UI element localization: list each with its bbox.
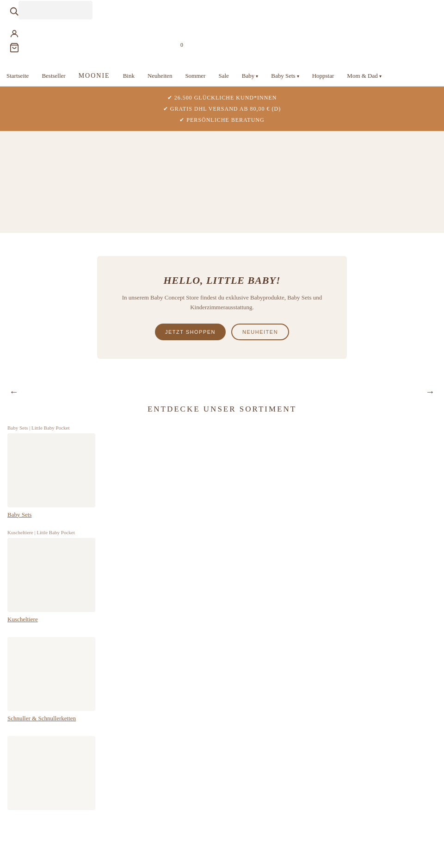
nav-baby-sets[interactable]: Baby Sets ▾ — [265, 66, 305, 86]
welcome-description: In unserem Baby Concept Store findest du… — [111, 293, 333, 312]
category-name-0[interactable]: Baby Sets — [7, 511, 437, 518]
categories-list: Baby Sets | Little Baby Pocket Baby Sets… — [0, 425, 444, 825]
category-4 — [7, 733, 437, 814]
promo-line-1: ✔ 26.500 GLÜCKLICHE KUND*INNEN — [0, 92, 444, 103]
promo-bar: ✔ 26.500 GLÜCKLICHE KUND*INNEN ✔ GRATIS … — [0, 87, 444, 131]
chevron-down-icon: ▾ — [256, 74, 258, 79]
chevron-down-icon: ▾ — [297, 74, 299, 79]
header: 0 — [0, 1, 444, 66]
user-icon[interactable] — [9, 29, 19, 41]
category-label-top-1: Kuscheltiere | Little Baby Pocket — [7, 530, 437, 535]
search-icon[interactable] — [9, 6, 19, 19]
category-image-1[interactable] — [7, 538, 95, 612]
welcome-section: HELLO, LITTLE BABY! In unserem Baby Conc… — [97, 256, 347, 359]
section-title: ENTDECKE UNSER SORTIMENT — [0, 405, 444, 414]
main-nav: Startseite Bestseller MOONIE Bink Neuhei… — [0, 66, 444, 87]
welcome-buttons: JETZT SHOPPEN NEUHEITEN — [111, 324, 333, 340]
chevron-down-icon: ▾ — [379, 74, 382, 79]
svg-point-0 — [11, 8, 17, 14]
nav-moonie[interactable]: MOONIE — [72, 66, 117, 86]
hero-banner — [0, 131, 444, 233]
nav-sale[interactable]: Sale — [212, 66, 235, 86]
nav-hoppstar[interactable]: Hoppstar — [306, 66, 341, 86]
svg-line-1 — [16, 13, 18, 16]
category-image-0[interactable] — [7, 433, 95, 507]
category-baby-sets: Baby Sets | Little Baby Pocket Baby Sets — [7, 425, 437, 518]
category-label-top-0: Baby Sets | Little Baby Pocket — [7, 425, 437, 431]
shop-now-button[interactable]: JETZT SHOPPEN — [155, 324, 226, 340]
category-schnuller: Schnuller & Schnullerketten — [7, 634, 437, 722]
prev-arrow-button[interactable]: ← — [9, 387, 18, 397]
nav-startseite[interactable]: Startseite — [0, 66, 35, 86]
slider-navigation: ← → — [0, 387, 444, 397]
nav-neuheiten[interactable]: Neuheiten — [141, 66, 179, 86]
cart-count: 0 — [180, 42, 183, 49]
nav-sommer[interactable]: Sommer — [179, 66, 212, 86]
next-arrow-button[interactable]: → — [426, 387, 435, 397]
svg-point-2 — [12, 31, 16, 34]
promo-line-3: ✔ PERSÖNLICHE BERATUNG — [0, 114, 444, 125]
category-name-2[interactable]: Schnuller & Schnullerketten — [7, 715, 437, 722]
nav-mom-dad[interactable]: Mom & Dad ▾ — [340, 66, 388, 86]
nav-bestseller[interactable]: Bestseller — [35, 66, 72, 86]
category-kuscheltiere: Kuscheltiere | Little Baby Pocket Kusche… — [7, 530, 437, 623]
category-name-1[interactable]: Kuscheltiere — [7, 616, 437, 623]
neuheiten-button[interactable]: NEUHEITEN — [231, 324, 289, 340]
nav-bink[interactable]: Bink — [117, 66, 141, 86]
search-input[interactable] — [18, 1, 92, 19]
promo-line-2: ✔ GRATIS DHL VERSAND AB 80,00 € (D) — [0, 103, 444, 114]
nav-baby[interactable]: Baby ▾ — [235, 66, 265, 86]
welcome-title: HELLO, LITTLE BABY! — [111, 275, 333, 287]
category-image-3[interactable] — [7, 736, 95, 810]
category-image-2[interactable] — [7, 637, 95, 711]
cart-icon[interactable] — [9, 43, 19, 55]
